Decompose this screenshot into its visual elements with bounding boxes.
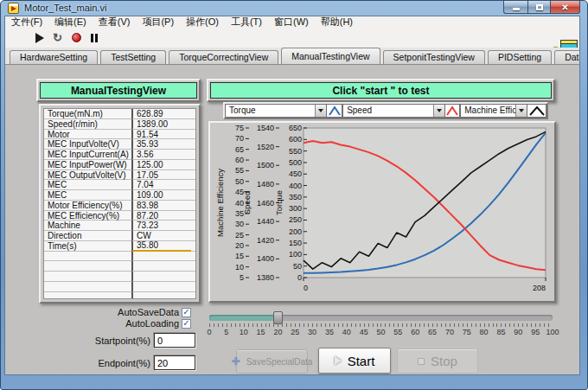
row-label: MEC OutputVolte(V) <box>44 170 131 181</box>
tab-testsetting[interactable]: TestSetting <box>100 50 166 64</box>
slider-scale-label: 45 <box>360 328 368 336</box>
slider-thumb[interactable] <box>273 311 283 324</box>
y-tick-label: 1440 <box>257 217 274 226</box>
plot-style-icon[interactable] <box>327 104 342 118</box>
title-bar[interactable]: Motor_Test_main.vi ✕ <box>1 1 587 16</box>
menu-item[interactable]: 编辑(E) <box>48 16 93 28</box>
chart-frame: 75706560555045403530252015105Machine Eff… <box>208 121 556 303</box>
table-row[interactable]: DirectionCW <box>44 231 195 241</box>
run-continuously-button[interactable]: ↻ <box>51 31 64 44</box>
menu-item[interactable]: 工具(T) <box>225 16 268 28</box>
row-label: MEC InputVolte(V) <box>44 139 131 150</box>
menu-item[interactable]: 项目(P) <box>136 16 180 28</box>
table-row-empty[interactable] <box>44 261 195 272</box>
y-tick-label: 20 <box>235 241 244 250</box>
table-row[interactable]: MEC Efficiency(%)87.20 <box>44 211 195 221</box>
stop-button[interactable]: Stop <box>397 348 478 374</box>
startpoint-input[interactable] <box>154 333 195 348</box>
row-gutter <box>191 190 195 201</box>
table-row[interactable]: Time(s)35.80 <box>44 241 195 252</box>
row-value: 35.80 <box>131 241 191 252</box>
autoload-checkbox[interactable]: ✓ <box>182 319 191 329</box>
row-gutter <box>191 261 195 272</box>
y-tick-label: 1460 <box>257 199 274 208</box>
y-tick-label: 1500 <box>257 161 274 169</box>
row-label: MEC OutputCurrent(A) <box>44 180 131 190</box>
autoload-row: AutoLoading ✓ <box>88 318 191 329</box>
chevron-down-icon[interactable] <box>515 105 527 117</box>
save-special-data-button[interactable]: ✚ SaveSpecialData <box>236 349 308 374</box>
table-row[interactable]: Motor Efficiency(%)83.98 <box>44 201 195 211</box>
menu-item[interactable]: 操作(O) <box>180 16 225 28</box>
slider-scale-label: 20 <box>273 328 282 336</box>
close-button[interactable]: ✕ <box>551 1 580 14</box>
table-row-empty[interactable] <box>44 272 195 282</box>
legend-combo-0[interactable]: Torque <box>225 104 327 118</box>
menu-item[interactable]: 文件(F) <box>5 16 48 28</box>
y-tick-label: 1420 <box>257 236 274 245</box>
run-button[interactable] <box>33 31 46 44</box>
row-value: 125.00 <box>131 160 191 170</box>
y-tick-label: 600 <box>289 135 302 144</box>
tab-hardwaresetting[interactable]: HardwareSetting <box>10 50 98 64</box>
menu-item[interactable]: 窗口(W) <box>268 16 315 28</box>
table-row-empty[interactable] <box>44 252 195 262</box>
app-window: Motor_Test_main.vi ✕ 文件(F)编辑(E)查看(V)项目(P… <box>0 0 588 390</box>
slider-scale-label: 85 <box>496 328 505 336</box>
y-tick-label: 300 <box>289 204 302 213</box>
table-row[interactable]: Torque(mN.m)628.89 <box>44 109 195 119</box>
table-row[interactable]: MEC OutputVolte(V)17.05 <box>44 170 195 181</box>
y-tick-label: 75 <box>235 124 244 132</box>
tab-data and curve[interactable]: Data and Curve <box>554 50 580 64</box>
tab-setponittestingview[interactable]: SetponitTestingView <box>383 50 485 64</box>
tab-pidsetting[interactable]: PIDSetting <box>488 50 552 64</box>
slider-scale-label: 35 <box>325 328 334 336</box>
waveform-chart[interactable]: 75706560555045403530252015105Machine Eff… <box>211 124 555 302</box>
pause-button[interactable] <box>87 31 100 44</box>
chevron-glyph <box>519 109 524 112</box>
row-value <box>131 292 191 300</box>
row-gutter <box>191 211 195 221</box>
value-table-frame: Torque(mN.m)628.89Speed(r/min)1389.00Mot… <box>39 104 201 304</box>
legend-combo-2[interactable]: Machine Efficiency <box>460 104 527 118</box>
endpoint-input[interactable] <box>154 355 195 370</box>
legend-combo-1[interactable]: Speed <box>342 104 444 118</box>
tab-manualtestingview[interactable]: ManualTestingView <box>281 48 380 64</box>
abort-button[interactable] <box>70 31 83 44</box>
chevron-down-icon[interactable] <box>315 105 326 117</box>
table-row[interactable]: MEC InputVolte(V)35.93 <box>44 139 195 150</box>
table-row-empty[interactable] <box>44 292 195 300</box>
menu-item[interactable]: 帮助(H) <box>315 16 359 28</box>
y-tick-label: 500 <box>289 158 302 167</box>
slider-scale-label: 0 <box>207 328 211 336</box>
plot-style-icon[interactable] <box>527 104 546 118</box>
start-button[interactable]: Start <box>318 348 391 374</box>
table-row[interactable]: Motor OutputPower(W)91.54 <box>44 130 195 140</box>
menu-item[interactable]: 查看(V) <box>93 16 137 28</box>
autosave-checkbox[interactable]: ✓ <box>182 308 191 317</box>
stop-icon <box>418 358 425 365</box>
row-gutter <box>191 221 195 231</box>
table-row[interactable]: MEC OutputPower(W)109.00 <box>44 190 195 201</box>
table-row-empty[interactable] <box>44 282 195 292</box>
y-tick-label: 1400 <box>257 254 274 263</box>
table-row[interactable]: MEC InputPower(W)125.00 <box>44 160 195 170</box>
table-row[interactable]: Speed(r/min)1389.00 <box>44 119 195 130</box>
plot-style-icon[interactable] <box>445 104 461 118</box>
row-value: 109.00 <box>131 190 191 201</box>
table-row[interactable]: MEC OutputCurrent(A)7.04 <box>44 180 195 190</box>
row-gutter <box>191 130 195 140</box>
maximize-button[interactable] <box>527 1 551 14</box>
row-value <box>131 261 191 272</box>
row-value: 3.56 <box>131 150 191 160</box>
table-row[interactable]: MEC InputCurrent(A)3.56 <box>44 150 195 160</box>
chevron-down-icon[interactable] <box>433 105 444 117</box>
minimize-button[interactable] <box>503 1 527 14</box>
autosave-label: AutoSaveData <box>88 307 182 317</box>
y-tick-label: 50 <box>293 262 302 271</box>
row-gutter <box>191 119 195 130</box>
tab-torquecorrectingview[interactable]: TorqueCorrectingView <box>169 50 278 64</box>
value-table[interactable]: Torque(mN.m)628.89Speed(r/min)1389.00Mot… <box>43 108 196 299</box>
row-label: MEC InputCurrent(A) <box>44 150 131 160</box>
table-row[interactable]: Machine Efficiency(%)73.23 <box>44 221 195 231</box>
